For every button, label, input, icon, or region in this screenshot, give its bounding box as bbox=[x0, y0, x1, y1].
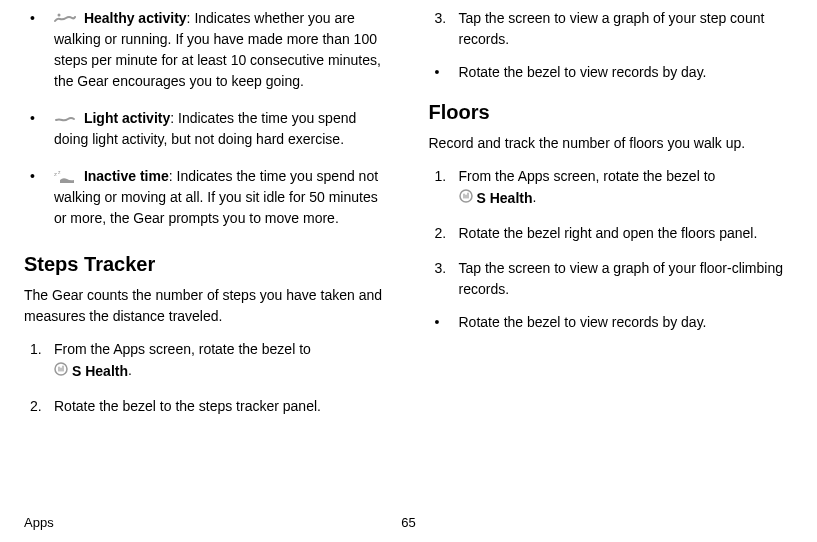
svg-point-0 bbox=[58, 14, 61, 17]
step-3-sublist: Rotate the bezel to view records by day. bbox=[459, 62, 794, 83]
right-column: Tap the screen to view a graph of your s… bbox=[429, 8, 794, 502]
sub-text: Rotate the bezel to view records by day. bbox=[459, 314, 707, 330]
svg-text:z: z bbox=[58, 170, 61, 175]
floors-list: From the Apps screen, rotate the bezel t… bbox=[429, 166, 794, 333]
shealth-app-label: S Health bbox=[459, 188, 533, 209]
shealth-text: S Health bbox=[477, 188, 533, 209]
content-columns: Healthy activity: Indicates whether you … bbox=[24, 8, 793, 502]
bullet-label: Inactive time bbox=[84, 168, 169, 184]
footer-section: Apps bbox=[24, 513, 54, 533]
shealth-text: S Health bbox=[72, 361, 128, 382]
step-text-pre: From the Apps screen, rotate the bezel t… bbox=[459, 168, 716, 184]
floors-step-3: Tap the screen to view a graph of your f… bbox=[459, 258, 794, 333]
steps-tracker-intro: The Gear counts the number of steps you … bbox=[24, 285, 389, 327]
floors-step-3-sublist: Rotate the bezel to view records by day. bbox=[459, 312, 794, 333]
walking-icon bbox=[54, 112, 76, 126]
steps-tracker-step-1: From the Apps screen, rotate the bezel t… bbox=[54, 339, 389, 382]
steps-tracker-list-cont: Tap the screen to view a graph of your s… bbox=[429, 8, 794, 83]
left-column: Healthy activity: Indicates whether you … bbox=[24, 8, 389, 502]
steps-tracker-step-2: Rotate the bezel to the steps tracker pa… bbox=[54, 396, 389, 417]
step-text: Tap the screen to view a graph of your f… bbox=[459, 260, 784, 297]
bullet-label: Light activity bbox=[84, 110, 170, 126]
step-3-sub-item: Rotate the bezel to view records by day. bbox=[459, 62, 794, 83]
step-text: Rotate the bezel to the steps tracker pa… bbox=[54, 398, 321, 414]
floors-step-3-sub-item: Rotate the bezel to view records by day. bbox=[459, 312, 794, 333]
steps-tracker-heading: Steps Tracker bbox=[24, 249, 389, 279]
shealth-app-label: S Health bbox=[54, 361, 128, 382]
floors-intro: Record and track the number of floors yo… bbox=[429, 133, 794, 154]
step-text-pre: From the Apps screen, rotate the bezel t… bbox=[54, 341, 311, 357]
step-text-post: . bbox=[128, 362, 132, 378]
floors-step-2: Rotate the bezel right and open the floo… bbox=[459, 223, 794, 244]
activity-bullets: Healthy activity: Indicates whether you … bbox=[24, 8, 389, 229]
floors-step-1: From the Apps screen, rotate the bezel t… bbox=[459, 166, 794, 209]
page-footer: Apps 65 bbox=[24, 513, 793, 533]
sleep-icon: z z bbox=[54, 170, 76, 184]
sub-text: Rotate the bezel to view records by day. bbox=[459, 64, 707, 80]
bullet-label: Healthy activity bbox=[84, 10, 187, 26]
step-text-post: . bbox=[533, 189, 537, 205]
floors-heading: Floors bbox=[429, 97, 794, 127]
steps-tracker-step-3: Tap the screen to view a graph of your s… bbox=[459, 8, 794, 83]
footer-page-number: 65 bbox=[401, 513, 415, 533]
step-text: Tap the screen to view a graph of your s… bbox=[459, 10, 765, 47]
bullet-inactive-time: z z Inactive time: Indicates the time yo… bbox=[54, 166, 389, 229]
steps-tracker-list: From the Apps screen, rotate the bezel t… bbox=[24, 339, 389, 417]
bullet-healthy-activity: Healthy activity: Indicates whether you … bbox=[54, 8, 389, 92]
shealth-icon bbox=[54, 361, 68, 382]
shealth-icon bbox=[459, 188, 473, 209]
step-text: Rotate the bezel right and open the floo… bbox=[459, 225, 758, 241]
running-icon bbox=[54, 12, 76, 26]
svg-text:z: z bbox=[54, 171, 57, 177]
bullet-light-activity: Light activity: Indicates the time you s… bbox=[54, 108, 389, 150]
